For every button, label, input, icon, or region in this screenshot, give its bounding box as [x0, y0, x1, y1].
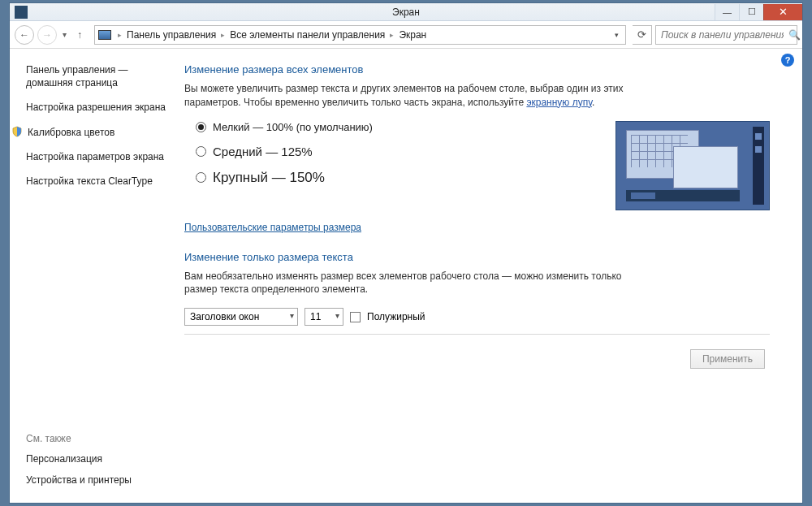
sidebar: Панель управления — домашняя страница На… — [10, 49, 176, 503]
search-box[interactable]: 🔍 — [655, 25, 797, 45]
radio-icon — [196, 172, 206, 183]
close-button[interactable]: ✕ — [763, 4, 802, 20]
breadcrumb[interactable]: Панель управления — [127, 29, 216, 41]
apply-button[interactable]: Применить — [690, 349, 765, 369]
sidebar-footer-personalization[interactable]: Персонализация — [26, 452, 168, 465]
sidebar-item-display-settings[interactable]: Настройка параметров экрана — [26, 150, 168, 163]
address-bar[interactable]: ▸ Панель управления ▸ Все элементы панел… — [94, 25, 626, 45]
minimize-button[interactable]: — — [715, 4, 739, 20]
search-input[interactable] — [661, 29, 784, 41]
window-frame: Экран — ☐ ✕ ← → ▾ ↑ ▸ Панель управления … — [9, 2, 803, 504]
shield-icon — [11, 126, 23, 137]
size-radio-group: Мелкий — 100% (по умолчанию) Средний — 1… — [184, 121, 373, 197]
nav-bar: ← → ▾ ↑ ▸ Панель управления ▸ Все элемен… — [10, 21, 802, 49]
radio-icon — [196, 146, 206, 157]
breadcrumb-sep-icon: ▸ — [118, 31, 122, 39]
location-icon — [98, 30, 111, 40]
magnifier-link[interactable]: экранную лупу — [526, 97, 592, 108]
forward-button[interactable]: → — [37, 25, 57, 45]
preview-image — [615, 121, 770, 210]
up-button[interactable]: ↑ — [71, 27, 88, 43]
history-dropdown-icon[interactable]: ▾ — [60, 30, 68, 39]
content-area: ? Панель управления — домашняя страница … — [10, 49, 802, 503]
section-heading: Изменение размера всех элементов — [184, 63, 770, 76]
refresh-button[interactable]: ⟳ — [633, 25, 652, 45]
window-title: Экран — [10, 6, 802, 18]
section-description: Вам необязательно изменять размер всех э… — [184, 270, 639, 297]
section-heading: Изменение только размера текста — [184, 251, 770, 263]
radio-label: Крупный — 150% — [213, 170, 325, 186]
radio-small[interactable]: Мелкий — 100% (по умолчанию) — [196, 121, 373, 133]
sidebar-item-calibrate[interactable]: Калибровка цветов — [28, 126, 114, 139]
see-also-heading: См. также — [26, 433, 168, 444]
app-icon — [15, 6, 28, 19]
radio-large[interactable]: Крупный — 150% — [196, 170, 373, 186]
section-description: Вы можете увеличить размер текста и друг… — [184, 82, 639, 110]
sidebar-item-home[interactable]: Панель управления — домашняя страница — [26, 63, 168, 89]
radio-icon — [196, 122, 206, 132]
address-dropdown-icon[interactable]: ▾ — [611, 31, 622, 39]
sidebar-item-resolution[interactable]: Настройка разрешения экрана — [26, 101, 168, 114]
maximize-button[interactable]: ☐ — [739, 4, 763, 20]
radio-label: Средний — 125% — [213, 145, 313, 158]
titlebar: Экран — ☐ ✕ — [10, 3, 802, 21]
bold-checkbox[interactable] — [350, 312, 361, 322]
text-size-controls: Заголовки окон 11 Полужирный — [184, 308, 770, 326]
sidebar-footer-devices[interactable]: Устройства и принтеры — [26, 474, 168, 487]
window-buttons: — ☐ ✕ — [715, 4, 802, 20]
breadcrumb-sep-icon: ▸ — [221, 31, 225, 39]
back-button[interactable]: ← — [15, 25, 34, 45]
search-icon[interactable]: 🔍 — [788, 29, 801, 41]
radio-medium[interactable]: Средний — 125% — [196, 145, 373, 158]
divider — [184, 334, 770, 335]
breadcrumb[interactable]: Все элементы панели управления — [230, 29, 385, 41]
font-size-select[interactable]: 11 — [304, 308, 343, 326]
custom-size-link[interactable]: Пользовательские параметры размера — [184, 222, 361, 233]
bold-label: Полужирный — [367, 311, 425, 322]
breadcrumb-sep-icon: ▸ — [390, 31, 394, 39]
main-panel: Изменение размера всех элементов Вы може… — [176, 49, 802, 503]
element-select[interactable]: Заголовки окон — [184, 308, 298, 326]
radio-label: Мелкий — 100% (по умолчанию) — [213, 121, 373, 133]
sidebar-item-cleartype[interactable]: Настройка текста ClearType — [26, 175, 168, 188]
breadcrumb[interactable]: Экран — [399, 29, 426, 41]
